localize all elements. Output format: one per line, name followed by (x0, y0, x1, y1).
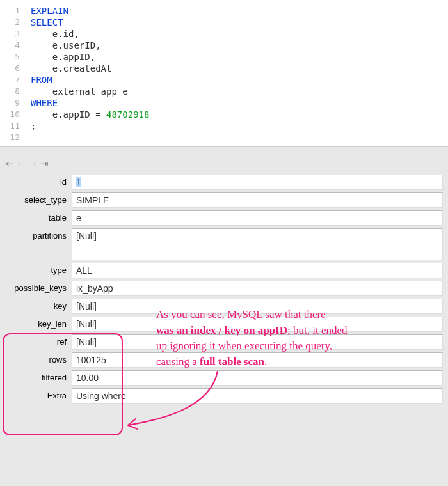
explain-detail-form: id1select_typeSIMPLEtableepartitions[Nul… (0, 175, 448, 404)
detail-value[interactable]: [Null] (72, 228, 443, 260)
detail-row-rows: rows100125 (0, 352, 443, 368)
detail-value[interactable]: e (72, 210, 443, 226)
detail-row-select_type: select_typeSIMPLE (0, 192, 443, 208)
detail-row-key: key[Null] (0, 299, 443, 314)
detail-label: ref (0, 334, 72, 350)
detail-value[interactable]: 10.00 (72, 370, 443, 386)
detail-row-type: typeALL (0, 263, 443, 278)
nav-next-icon[interactable]: → (28, 159, 38, 168)
record-nav-toolbar: ⇤ ← → ⇥ (0, 147, 448, 175)
detail-row-id: id1 (0, 175, 443, 190)
detail-row-partitions: partitions[Null] (0, 228, 443, 260)
nav-last-icon[interactable]: ⇥ (40, 159, 49, 168)
detail-label: key (0, 299, 72, 314)
nav-first-icon[interactable]: ⇤ (5, 159, 13, 168)
detail-label: select_type (0, 192, 72, 208)
sql-editor[interactable]: 123456 789101112 EXPLAIN SELECT e.id, e.… (0, 0, 448, 147)
detail-label: partitions (0, 228, 72, 260)
detail-value[interactable]: Using where (72, 388, 443, 404)
detail-row-table: tablee (0, 210, 443, 226)
detail-label: table (0, 210, 72, 226)
detail-label: Extra (0, 388, 72, 404)
detail-label: id (0, 175, 72, 190)
detail-label: key_len (0, 317, 72, 332)
detail-value[interactable]: ix_byApp (72, 281, 443, 296)
detail-label: possible_keys (0, 281, 72, 296)
detail-value[interactable]: [Null] (72, 299, 443, 314)
detail-row-key_len: key_len[Null] (0, 317, 443, 332)
detail-row-filtered: filtered10.00 (0, 370, 443, 386)
detail-value[interactable]: SIMPLE (72, 192, 443, 208)
nav-prev-icon[interactable]: ← (16, 159, 26, 168)
detail-value[interactable]: [Null] (72, 334, 443, 350)
detail-value[interactable]: 1 (72, 175, 443, 190)
detail-value[interactable]: ALL (72, 263, 443, 278)
detail-row-extra: ExtraUsing where (0, 388, 443, 404)
line-gutter: 123456 789101112 (0, 0, 24, 146)
detail-row-ref: ref[Null] (0, 334, 443, 350)
detail-value[interactable]: [Null] (72, 317, 443, 332)
detail-row-possible_keys: possible_keysix_byApp (0, 281, 443, 296)
detail-value[interactable]: 100125 (72, 352, 443, 368)
code-text[interactable]: EXPLAIN SELECT e.id, e.userID, e.appID, … (24, 0, 448, 146)
detail-label: rows (0, 352, 72, 368)
detail-label: filtered (0, 370, 72, 386)
detail-label: type (0, 263, 72, 278)
